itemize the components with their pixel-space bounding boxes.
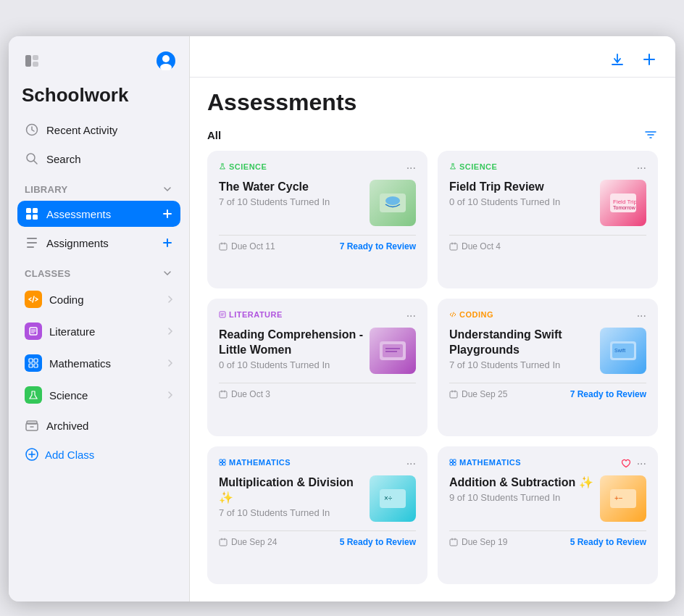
card-subject-math-1: MATHEMATICS [219,458,291,467]
library-section-header: Library [17,175,180,198]
card-subtitle-water-cycle: 7 of 10 Students Turned In [219,196,364,207]
card-due-field-trip: Due Oct 4 [449,241,501,251]
card-more-mult[interactable]: ··· [406,458,416,470]
classes-chevron-icon [162,267,173,279]
card-subject-science-2: SCIENCE [449,162,497,171]
svg-rect-29 [27,421,37,424]
filter-all[interactable]: All [207,129,221,141]
sidebar-toggle-icon[interactable] [22,51,42,71]
sidebar-item-mathematics[interactable]: Mathematics [17,349,180,378]
recent-activity-label: Recent Activity [46,124,117,136]
card-reading-comp[interactable]: LITERATURE ··· Reading Comprehension - L… [207,299,428,436]
filter-icon[interactable] [643,128,658,142]
card-subject-literature: LITERATURE [219,310,283,319]
card-due-mult: Due Sep 24 [219,537,277,547]
svg-rect-27 [34,364,38,367]
math-subject-icon-2 [449,459,456,466]
science-class-icon [25,386,42,404]
sidebar-item-assignments[interactable]: Assignments [17,230,180,256]
svg-rect-82 [450,539,457,546]
filter-bar: All [190,122,675,151]
svg-rect-79 [454,463,456,466]
coding-subject-icon [449,311,456,318]
math-subject-icon-1 [219,459,226,466]
card-title-field-trip: Field Trip Review [449,180,594,195]
card-mult-division[interactable]: MATHEMATICS ··· Multiplication & Divisio… [207,446,428,584]
card-more-swift[interactable]: ··· [637,310,646,322]
svg-line-8 [34,161,38,165]
svg-rect-69 [220,463,222,466]
svg-rect-48 [450,244,457,250]
svg-text:Swift: Swift [614,348,625,353]
sidebar-header [17,51,180,71]
assessments-add-icon[interactable] [162,208,173,220]
assignments-label: Assignments [46,237,109,249]
coding-chevron-icon [167,294,173,304]
card-title-mult: Multiplication & Division ✨ [219,475,364,506]
toolbar [190,36,675,78]
card-subtitle-reading-comp: 0 of 10 Students Turned In [219,359,364,370]
card-more-add-sub[interactable]: ··· [637,458,646,470]
main-content: Assessments All SCIENCE ··· [190,36,675,602]
card-review-mult: 5 Ready to Review [340,537,416,547]
svg-rect-77 [454,459,456,462]
science-subject-icon-2 [449,163,456,170]
card-title-water-cycle: The Water Cycle [219,180,364,195]
library-title: Library [25,184,67,195]
svg-rect-76 [450,459,453,462]
card-due-swift: Due Sep 25 [449,389,507,399]
card-more-field-trip[interactable]: ··· [637,162,646,174]
card-subtitle-mult: 7 of 10 Students Turned In [219,507,364,518]
card-more-water-cycle[interactable]: ··· [406,162,416,174]
sidebar-item-search[interactable]: Search [17,146,180,172]
svg-rect-12 [33,215,38,220]
card-add-sub[interactable]: MATHEMATICS ··· Addition & Subtraction ✨… [438,446,658,584]
svg-point-41 [385,196,400,205]
card-title-reading-comp: Reading Comprehension - Little Women [219,328,364,358]
sidebar: Schoolwork Recent Activity Search Librar… [9,36,190,602]
card-more-reading-comp[interactable]: ··· [406,310,416,322]
card-field-trip[interactable]: SCIENCE ··· Field Trip Review 0 of 10 St… [438,151,658,288]
add-class-button[interactable]: Add Class [17,441,180,467]
science-label: Science [49,389,88,401]
sidebar-item-literature[interactable]: Literature [17,317,180,346]
archived-label: Archived [46,420,88,432]
card-title-swift: Understanding Swift Playgrounds [449,328,594,358]
download-button[interactable] [606,48,629,71]
card-review-swift: 7 Ready to Review [570,389,646,399]
classes-title: Classes [25,268,71,279]
svg-rect-42 [220,244,227,250]
app-window: Schoolwork Recent Activity Search Librar… [9,36,675,602]
cards-grid: SCIENCE ··· The Water Cycle 7 of 10 Stud… [190,151,675,602]
card-due-add-sub: Due Sep 19 [449,537,507,547]
add-class-icon [25,447,39,462]
svg-rect-51 [220,312,225,317]
svg-rect-2 [33,62,38,67]
card-swift-playgrounds[interactable]: CODING ··· Understanding Swift Playgroun… [438,299,658,436]
card-thumb-add-sub: +− [600,475,646,522]
assessments-label: Assessments [46,208,111,220]
svg-rect-64 [450,391,457,398]
assignments-add-icon[interactable] [162,237,173,249]
sidebar-item-recent-activity[interactable]: Recent Activity [17,117,180,143]
sidebar-item-archived[interactable]: Archived [17,412,180,438]
sidebar-item-coding[interactable]: Coding [17,285,180,314]
card-due-water-cycle: Due Oct 11 [219,241,275,251]
card-water-cycle[interactable]: SCIENCE ··· The Water Cycle 7 of 10 Stud… [207,151,428,288]
heart-icon[interactable] [621,459,631,469]
card-subject-math-2: MATHEMATICS [449,458,521,467]
classes-section-header: Classes [17,259,180,282]
profile-icon[interactable] [156,51,176,71]
mathematics-class-icon [25,354,42,372]
card-title-add-sub: Addition & Subtraction ✨ [449,475,594,491]
svg-rect-25 [34,359,38,362]
add-button[interactable] [638,48,661,71]
sidebar-item-science[interactable]: Science [17,380,180,409]
mathematics-chevron-icon [167,358,173,368]
svg-point-4 [162,55,170,62]
svg-rect-68 [223,459,226,462]
svg-rect-58 [220,391,227,398]
sidebar-item-assessments[interactable]: Assessments [17,201,180,227]
svg-rect-78 [450,463,453,466]
main-header: Assessments [190,78,675,122]
